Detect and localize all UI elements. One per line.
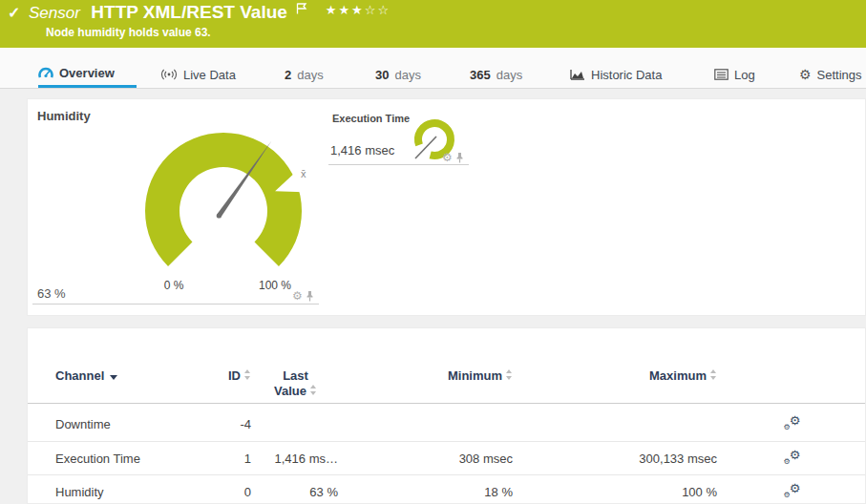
cell-maximum: 100 % [524,485,719,499]
cell-last-value: 1,416 ms… [251,452,340,466]
table-row-execution-time[interactable]: Execution Time 1 1,416 ms… 308 msec 300,… [28,442,865,475]
sensor-message: Node humidity holds value 63. [46,26,211,39]
execution-time-block-underline [328,164,469,165]
tab-historic-data[interactable]: Historic Data [570,48,662,88]
edit-channel-gears-icon[interactable]: ⚙⚙ [784,483,801,498]
average-marker-label: x̄ [301,168,306,179]
gauge-pin-icon[interactable] [455,153,464,163]
table-row-downtime[interactable]: Downtime -4 ⚙⚙ [28,404,865,442]
cell-channel: Execution Time [28,452,190,466]
tab-365-days-number: 365 [470,68,491,82]
tab-live-data[interactable]: Live Data [160,48,236,88]
humidity-gauge [136,125,311,297]
cell-last-value: 63 % [251,485,340,499]
tab-historic-data-label: Historic Data [591,68,662,82]
column-header-channel[interactable]: Channel [28,355,190,383]
edit-channel-gears-icon[interactable]: ⚙⚙ [784,415,801,430]
column-header-id[interactable]: ID [190,355,251,383]
humidity-gauge-title: Humidity [37,109,91,123]
sort-icon [244,369,251,380]
humidity-gauge-tools: ⚙ [292,290,314,302]
gauge-min-label: 0 % [153,279,195,292]
tab-2-days-word: days [297,68,323,82]
table-row-humidity[interactable]: Humidity 0 63 % 18 % 100 % ⚙⚙ [28,475,865,504]
cell-minimum: 18 % [340,485,524,499]
channels-table-header: Channel ID Last Value Minimum Maximum [28,355,865,404]
sort-icon [710,369,717,380]
sensor-kind-label: Sensor [29,4,80,22]
edit-channel-gears-icon[interactable]: ⚙⚙ [784,450,801,465]
sensor-status-banner: ✓ Sensor HTTP XML/REST Value ★★★☆☆ Node … [0,0,866,48]
prtg-sensor-page: ✓ Sensor HTTP XML/REST Value ★★★☆☆ Node … [0,0,866,504]
execution-time-current-value: 1,416 msec [330,143,394,158]
broadcast-icon [160,69,178,80]
area-chart-icon [570,69,585,80]
gauge-gear-icon[interactable]: ⚙ [442,152,453,163]
status-ok-icon: ✓ [8,4,20,22]
page-title: HTTP XML/REST Value [91,2,287,22]
tab-365-days[interactable]: 365 days [470,48,522,88]
tab-bar: Overview Live Data 2 days 30 days 365 da… [0,48,866,89]
gauge-pin-icon[interactable] [306,291,314,302]
tab-settings-label: Settings [817,68,862,82]
tab-30-days-word: days [394,68,420,82]
gauge-icon [38,67,53,79]
humidity-block-underline [32,304,319,304]
tab-overview-label: Overview [59,66,115,80]
tab-log[interactable]: Log [714,48,755,88]
sort-icon [310,385,317,395]
cell-maximum: 300,133 msec [524,452,719,466]
cell-id: 0 [190,485,251,499]
cell-channel: Downtime [28,417,190,431]
tab-log-label: Log [734,68,755,82]
humidity-current-value: 63 % [37,286,66,301]
execution-time-gauge-title: Execution Time [332,113,410,124]
column-header-maximum[interactable]: Maximum [524,355,719,383]
sensor-title-row: Sensor HTTP XML/REST Value ★★★☆☆ [29,2,391,23]
overview-gauges-panel: Humidity x̄ 0 % 100 % 63 % ⚙ Execution T… [27,98,866,316]
gauge-max-label: 100 % [254,279,296,292]
tab-overview[interactable]: Overview [38,48,137,88]
column-header-last-value[interactable]: Last Value [251,355,340,400]
cell-minimum: 308 msec [340,452,524,466]
channels-table-panel: Channel ID Last Value Minimum Maximum Do… [27,327,866,504]
tab-2-days[interactable]: 2 days [285,48,324,88]
log-list-icon [714,69,729,80]
tab-365-days-word: days [496,68,522,82]
tab-30-days[interactable]: 30 days [375,48,421,88]
cell-channel: Humidity [28,485,190,499]
sort-icon [506,369,513,380]
column-header-minimum[interactable]: Minimum [340,355,524,383]
gauge-gear-icon[interactable]: ⚙ [292,290,303,302]
tab-30-days-number: 30 [375,68,389,82]
cell-id: 1 [190,452,251,466]
priority-flag-icon[interactable] [296,3,307,14]
execution-time-gauge-tools: ⚙ [442,152,464,163]
settings-gear-icon: ⚙ [799,68,812,81]
tab-live-data-label: Live Data [183,68,236,82]
channels-table: Channel ID Last Value Minimum Maximum Do… [28,355,865,504]
priority-stars[interactable]: ★★★☆☆ [326,3,391,17]
cell-id: -4 [190,417,251,431]
tab-2-days-number: 2 [285,68,291,82]
sort-desc-icon [110,375,117,380]
tab-settings[interactable]: ⚙ Settings [799,48,862,88]
